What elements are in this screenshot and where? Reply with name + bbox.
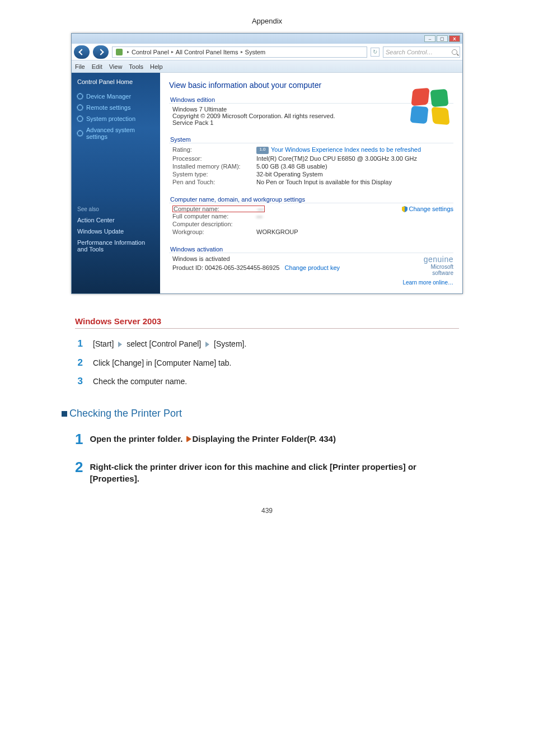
- menu-help[interactable]: Help: [150, 63, 163, 70]
- step-row: 1 [Start] select [Control Panel] [System…: [75, 339, 459, 350]
- chevron-right-icon: ▸: [241, 49, 243, 54]
- maximize-button[interactable]: ▢: [437, 35, 448, 42]
- big-step-row: 1 Open the printer folder. Displaying th…: [75, 432, 459, 446]
- gear-icon: [77, 94, 83, 99]
- sidebar-item-performance[interactable]: Performance Information and Tools: [77, 239, 154, 253]
- page-number: 439: [50, 507, 484, 515]
- kv-val: 5.00 GB (3.48 GB usable): [256, 163, 327, 170]
- gear-icon: [77, 105, 83, 110]
- step-row: 2 Click [Change] in [Computer Name] tab.: [75, 358, 459, 369]
- big-step-text: Open the printer folder. Displaying the …: [90, 432, 336, 445]
- close-button[interactable]: X: [449, 35, 460, 42]
- rating-key: Rating:: [172, 146, 256, 154]
- sidebar-item-label: Action Center: [77, 217, 115, 223]
- subsection-heading: Checking the Printer Port: [62, 408, 472, 419]
- step-number: 3: [75, 376, 83, 387]
- sidebar-item-windows-update[interactable]: Windows Update: [77, 228, 154, 235]
- activation-legend: Windows activation: [169, 246, 224, 253]
- system-window: – ▢ X ▸ Control Panel ▸ All Control Pane…: [71, 33, 463, 294]
- kv-val: WORKGROUP: [256, 228, 298, 235]
- sidebar-item-action-center[interactable]: Action Center: [77, 217, 154, 223]
- chevron-right-icon: ▸: [171, 49, 174, 54]
- menu-tools[interactable]: Tools: [129, 63, 143, 70]
- breadcrumb[interactable]: ▸ Control Panel ▸ All Control Panel Item…: [112, 46, 367, 58]
- kv-key: System type:: [172, 171, 256, 178]
- address-bar: ▸ Control Panel ▸ All Control Panel Item…: [72, 44, 462, 60]
- step-number: 2: [75, 358, 83, 368]
- page-header: Appendix: [50, 17, 484, 25]
- change-settings-link[interactable]: Change settings: [402, 206, 454, 213]
- triangle-icon: [118, 342, 122, 347]
- windows-logo-icon: [411, 87, 451, 128]
- nav-back-button[interactable]: [74, 45, 90, 59]
- gear-icon: [77, 116, 83, 122]
- step-row: 3 Check the computer name.: [75, 376, 459, 388]
- rating-badge: 1.0: [256, 147, 269, 154]
- minimize-button[interactable]: –: [424, 35, 435, 42]
- breadcrumb-segment[interactable]: All Control Panel Items: [176, 49, 238, 55]
- sidebar-item-label: Performance Information and Tools: [77, 239, 154, 253]
- kv-val-redacted: —: [257, 206, 264, 212]
- sidebar-item-label: Remote settings: [86, 104, 130, 111]
- sidebar-item-label: Windows Update: [77, 228, 124, 235]
- menu-bar: File Edit View Tools Help: [72, 60, 462, 73]
- sidebar-item-label: Advanced system settings: [86, 127, 154, 140]
- kv-val: Intel(R) Core(TM)2 Duo CPU E6850 @ 3.00G…: [256, 155, 417, 162]
- search-icon: [452, 49, 457, 55]
- computer-name-row-highlighted: Computer name:—: [172, 206, 265, 212]
- search-input[interactable]: Search Control…: [383, 46, 460, 58]
- rating-link[interactable]: Your Windows Experience Index needs to b…: [271, 146, 421, 153]
- computer-legend: Computer name, domain, and workgroup set…: [169, 196, 306, 203]
- divider: [75, 328, 459, 329]
- genuine-sub: Microsoft software: [402, 264, 453, 276]
- menu-file[interactable]: File: [75, 63, 85, 70]
- menu-edit[interactable]: Edit: [92, 63, 102, 70]
- kv-key: Pen and Touch:: [172, 179, 256, 185]
- subsection-title: Checking the Printer Port: [69, 408, 182, 419]
- search-placeholder: Search Control…: [386, 49, 433, 55]
- triangle-icon: [205, 342, 209, 347]
- nav-forward-button[interactable]: [93, 45, 109, 59]
- kv-key: Installed memory (RAM):: [172, 163, 256, 170]
- breadcrumb-segment[interactable]: Control Panel: [132, 49, 169, 55]
- step-number: 1: [75, 339, 83, 349]
- edition-legend: Windows edition: [169, 96, 216, 103]
- genuine-badge: genuine Microsoft software Learn more on…: [402, 255, 453, 286]
- kv-key: Processor:: [172, 155, 256, 162]
- kv-key: Computer description:: [172, 221, 256, 227]
- change-product-key-link[interactable]: Change product key: [285, 264, 340, 271]
- step-text-part: select [Control Panel]: [127, 339, 201, 348]
- learn-more-link[interactable]: Learn more online…: [402, 279, 453, 286]
- sidebar-home[interactable]: Control Panel Home: [77, 78, 154, 85]
- step-text-part: [System].: [214, 339, 246, 348]
- sidebar-item-system-protection[interactable]: System protection: [77, 115, 154, 122]
- step-bold: Open the printer folder.: [90, 434, 182, 444]
- change-settings-label: Change settings: [409, 206, 454, 212]
- chevron-right-icon: ▸: [127, 49, 129, 54]
- system-group: System Rating:1.0Your Windows Experience…: [169, 136, 453, 190]
- product-id: Product ID: 00426-065-3254455-86925: [172, 264, 279, 271]
- step-text: [Start] select [Control Panel] [System].: [93, 339, 246, 350]
- big-step-number: 1: [75, 432, 83, 446]
- sidebar-item-label: System protection: [86, 115, 135, 122]
- breadcrumb-segment[interactable]: System: [245, 49, 266, 55]
- menu-view[interactable]: View: [109, 63, 123, 70]
- sidebar-item-device-manager[interactable]: Device Manager: [77, 93, 154, 100]
- kv-key: Computer name:: [174, 206, 257, 212]
- cross-ref-link[interactable]: Displaying the Printer Folder(P. 434): [193, 434, 336, 444]
- step-text: Check the computer name.: [93, 376, 187, 388]
- sidebar: Control Panel Home Device Manager Remote…: [72, 73, 160, 293]
- refresh-button[interactable]: ↻: [371, 48, 380, 57]
- system-icon: [116, 49, 123, 55]
- sidebar-item-remote-settings[interactable]: Remote settings: [77, 104, 154, 111]
- computer-name-group: Computer name, domain, and workgroup set…: [169, 196, 453, 240]
- sidebar-item-label: Device Manager: [86, 93, 131, 100]
- kv-val-redacted: —: [256, 213, 263, 220]
- see-also-label: See also: [77, 206, 154, 212]
- sidebar-item-advanced-settings[interactable]: Advanced system settings: [77, 127, 154, 140]
- gear-icon: [77, 130, 83, 136]
- kv-val: 32-bit Operating System: [256, 171, 323, 178]
- system-legend: System: [169, 136, 192, 143]
- step-text: Click [Change] in [Computer Name] tab.: [93, 358, 231, 369]
- step-text-part: [Start]: [93, 339, 114, 348]
